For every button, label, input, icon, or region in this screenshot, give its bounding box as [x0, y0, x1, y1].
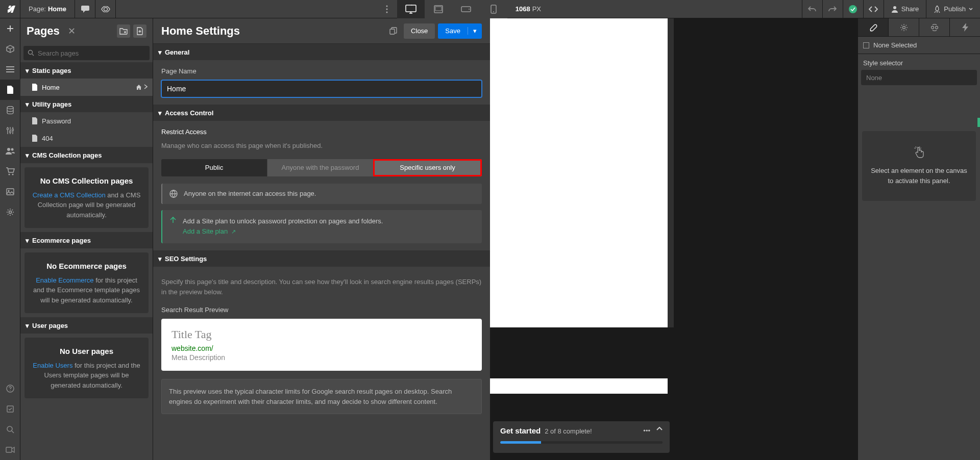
new-page-icon[interactable]	[133, 24, 146, 38]
page-name-input[interactable]	[161, 80, 482, 97]
canvas-scrollbar[interactable]	[668, 18, 674, 327]
style-selector-input[interactable]: None	[861, 70, 977, 85]
bp-mobile-icon[interactable]	[480, 0, 507, 18]
interactions-tab-icon[interactable]	[950, 18, 980, 36]
style-tab-icon[interactable]	[858, 18, 889, 36]
cms-empty-card: No CMS Collection pages Create a CMS Col…	[24, 167, 149, 228]
get-started-widget[interactable]: Get started2 of 8 complete! •••	[493, 421, 670, 453]
save-button[interactable]: Save▾	[438, 23, 482, 39]
enable-ecommerce-link[interactable]: Enable Ecommerce	[36, 276, 93, 284]
page-indicator[interactable]: Page: Home	[20, 0, 75, 18]
seo-section-header[interactable]: ▾SEO Settings	[153, 250, 490, 267]
settings-panel-icon[interactable]	[0, 120, 20, 141]
canvas-width-readout[interactable]: 1068PX	[516, 5, 541, 13]
navigator-icon[interactable]	[0, 59, 20, 80]
ecom-empty-title: No Ecommerce pages	[31, 261, 142, 272]
comment-icon[interactable]	[75, 0, 95, 18]
bp-desktop-icon[interactable]	[397, 0, 425, 18]
search-toolbar-icon[interactable]	[0, 419, 20, 440]
chevron-up-icon[interactable]	[656, 427, 663, 435]
undo-icon[interactable]	[802, 0, 822, 18]
svg-point-25	[7, 426, 12, 431]
redo-icon[interactable]	[822, 0, 843, 18]
pages-icon[interactable]	[0, 80, 20, 100]
access-password-button[interactable]: Anyone with the password	[267, 159, 373, 176]
bp-tablet-icon[interactable]	[425, 0, 452, 18]
gear-icon[interactable]	[0, 202, 20, 222]
effects-tab-icon[interactable]	[919, 18, 950, 36]
access-toggle: Public Anyone with the password Specific…	[161, 159, 482, 176]
access-public-button[interactable]: Public	[161, 159, 267, 176]
user-pages-label: User pages	[32, 322, 68, 329]
page-label-404: 404	[42, 135, 53, 142]
code-export-icon[interactable]	[863, 0, 884, 18]
save-label: Save	[445, 27, 460, 35]
close-button[interactable]: Close	[404, 23, 435, 39]
serp-title: Title Tag	[172, 328, 472, 341]
serp-preview-card: Title Tag website.com/ Meta Description	[161, 319, 482, 371]
assets-icon[interactable]	[0, 182, 20, 202]
page-name-label: Page Name	[161, 67, 482, 75]
page-label-name: Home	[48, 5, 66, 13]
users-icon[interactable]	[0, 141, 20, 161]
settings-tab-icon[interactable]	[889, 18, 919, 36]
add-site-plan-link[interactable]: Add a Site plan ↗	[183, 227, 236, 235]
user-pages-section[interactable]: ▾User pages	[20, 317, 153, 334]
topbar-left: Page: Home	[0, 0, 116, 18]
static-pages-section[interactable]: ▾Static pages	[20, 62, 153, 79]
svg-point-17	[9, 174, 10, 175]
webflow-logo[interactable]	[0, 0, 20, 18]
audit-icon[interactable]	[0, 399, 20, 419]
site-plan-tip: Add a Site plan to unlock password prote…	[161, 210, 482, 244]
style-selector-value: None	[866, 74, 882, 82]
video-icon[interactable]	[0, 440, 20, 460]
copy-icon[interactable]	[385, 23, 401, 39]
serp-description: Meta Description	[172, 353, 472, 362]
add-element-icon[interactable]	[0, 18, 20, 39]
page-row-404[interactable]: 404	[20, 130, 153, 147]
seo-intro: Specify this page's title and descriptio…	[161, 277, 482, 297]
access-specific-button[interactable]: Specific users only	[373, 159, 482, 176]
create-cms-link[interactable]: Create a CMS Collection	[33, 191, 106, 199]
svg-point-21	[9, 211, 12, 214]
cms-pages-section[interactable]: ▾CMS Collection pages	[20, 147, 153, 163]
access-info-text: Anyone on the internet can access this p…	[184, 190, 316, 197]
help-icon[interactable]	[0, 378, 20, 399]
style-panel: None Selected Style selector None Select…	[857, 18, 980, 460]
canvas-preview[interactable]	[490, 18, 668, 327]
enable-users-link[interactable]: Enable Users	[33, 362, 72, 369]
close-pages-icon[interactable]: ✕	[68, 25, 76, 37]
page-row-password[interactable]: Password	[20, 112, 153, 130]
status-icon[interactable]	[843, 0, 863, 18]
ecommerce-icon[interactable]	[0, 161, 20, 182]
panel-edge-handle[interactable]	[977, 118, 980, 127]
get-started-title: Get started	[500, 426, 541, 435]
search-pages-input[interactable]	[23, 46, 150, 60]
svg-rect-3	[406, 5, 416, 12]
share-button[interactable]: Share	[884, 0, 926, 18]
chevron-down-icon	[969, 8, 973, 10]
pages-header: Pages ✕	[20, 18, 153, 44]
get-started-progress: 2 of 8 complete!	[545, 427, 592, 435]
preview-eye-icon[interactable]	[95, 0, 116, 18]
page-doc-icon	[32, 135, 38, 142]
page-row-home[interactable]: Home	[20, 79, 153, 96]
cms-icon[interactable]	[0, 100, 20, 120]
publish-button[interactable]: Publish	[926, 0, 980, 18]
box-icon[interactable]	[0, 39, 20, 59]
more-horiz-icon[interactable]: •••	[643, 427, 650, 435]
svg-rect-12	[7, 128, 9, 130]
svg-point-2	[386, 11, 387, 13]
utility-pages-section[interactable]: ▾Utility pages	[20, 96, 153, 112]
access-section-header[interactable]: ▾Access Control	[153, 105, 490, 121]
general-section-header[interactable]: ▾General	[153, 44, 490, 60]
new-folder-icon[interactable]	[117, 24, 130, 38]
ecommerce-pages-label: Ecommerce pages	[32, 237, 91, 244]
bp-landscape-icon[interactable]	[452, 0, 480, 18]
topbar-right: Share Publish	[802, 0, 980, 18]
more-vert-icon[interactable]	[377, 0, 397, 18]
svg-point-27	[29, 50, 33, 55]
person-icon	[891, 6, 898, 13]
utility-pages-label: Utility pages	[32, 100, 71, 108]
ecommerce-pages-section[interactable]: ▾Ecommerce pages	[20, 232, 153, 248]
